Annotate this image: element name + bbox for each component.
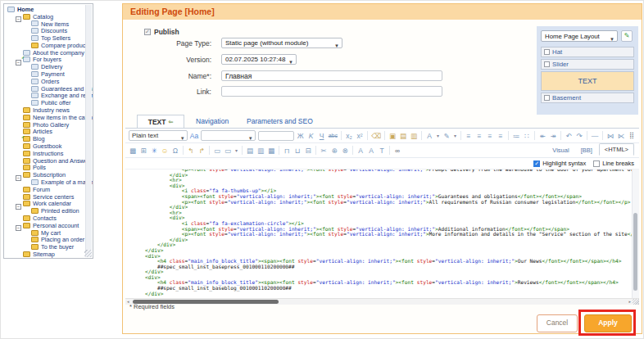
font-size-input[interactable]: [258, 131, 294, 141]
tree-item-to-the-buyer[interactable]: To the buyer: [4, 243, 93, 251]
delete-icon[interactable]: ⊗: [341, 146, 349, 156]
paste-icon[interactable]: ▣: [388, 131, 397, 141]
tree-item-orders[interactable]: Orders: [4, 78, 93, 85]
highlight-color-icon[interactable]: ✎: [442, 131, 451, 141]
tree-item-sitemap[interactable]: Sitemap: [4, 251, 93, 258]
row-delete-icon[interactable]: ⊟: [304, 146, 312, 156]
block-checkbox[interactable]: [544, 95, 550, 101]
unordered-list-icon[interactable]: ∷: [523, 131, 531, 141]
styles-select[interactable]: ▼: [201, 130, 256, 141]
edit-layout-button[interactable]: ✎: [621, 30, 633, 42]
table-merge-icon[interactable]: ▦: [267, 146, 275, 156]
cut-icon[interactable]: ✂: [320, 146, 328, 156]
tree-scrollbar[interactable]: [85, 5, 92, 257]
remove-format-icon[interactable]: ⌫: [371, 131, 381, 141]
html-source-code[interactable]: <p><font style="vertical-align: inherit;…: [125, 170, 639, 296]
block-checkbox[interactable]: [544, 49, 550, 55]
tree-item-for-buyers[interactable]: −✓For buyers: [4, 56, 93, 64]
layout-block-basement[interactable]: Basement: [541, 93, 634, 103]
div-menu-icon[interactable]: ▭: [224, 146, 232, 156]
row-below-icon[interactable]: ⊔: [293, 146, 302, 156]
image-icon[interactable]: ▩: [129, 146, 137, 156]
unlink-icon[interactable]: ⋉: [617, 131, 625, 141]
link-icon[interactable]: ⋈: [606, 131, 615, 141]
find-replace-icon[interactable]: ∞: [393, 146, 401, 156]
tree-item-placing-an-order[interactable]: Placing an order: [4, 237, 93, 244]
ordered-list-icon[interactable]: ≔: [512, 131, 520, 141]
tree-item-exchange-and-return[interactable]: Exchange and return: [4, 93, 93, 100]
name-field[interactable]: [221, 70, 442, 81]
cancel-button[interactable]: Cancel: [537, 314, 578, 332]
tree-item-guestbook[interactable]: Guestbook: [4, 142, 93, 150]
subscript-icon[interactable]: x₂: [345, 131, 353, 141]
editor-horizontal-scrollbar[interactable]: ◂ ▸: [125, 298, 639, 305]
version-select[interactable]: 02.07.2025 10:27:48 ▼: [221, 54, 297, 65]
collapse-node-icon[interactable]: −: [16, 175, 21, 181]
redo-icon[interactable]: ↷: [575, 131, 583, 141]
table-cell-props-icon[interactable]: ▥: [256, 146, 265, 156]
tab-text[interactable]: TEXT⇐: [137, 115, 184, 128]
special-character-icon[interactable]: Ω: [171, 146, 179, 156]
line-breaks-checkbox[interactable]: [593, 160, 600, 167]
align-justify-icon[interactable]: ≡: [497, 131, 505, 141]
superscript-icon[interactable]: x²: [356, 131, 364, 141]
tree-item-compare-products[interactable]: Compare products: [4, 42, 93, 49]
div-menu-caret-icon[interactable]: ▾: [234, 146, 238, 156]
layout-block-slider[interactable]: Slider: [541, 59, 634, 70]
tree-item-subscription[interactable]: −Subscription: [4, 171, 93, 179]
text-color-caret-icon[interactable]: ▾: [436, 131, 440, 141]
link-field[interactable]: [221, 86, 442, 97]
tree-item-guarantees-and-quality[interactable]: Guarantees and quality: [4, 85, 93, 93]
collapse-node-icon[interactable]: −: [16, 225, 21, 231]
tab-parameters-and-seo[interactable]: Parameters and SEO: [247, 115, 313, 128]
tree-item-forum[interactable]: Forum: [4, 186, 93, 193]
highlight-color-caret-icon[interactable]: ▾: [453, 131, 457, 141]
paste-word-icon[interactable]: ▥: [410, 131, 418, 141]
tree-item-photo-gallery[interactable]: Photo Gallery: [4, 121, 93, 129]
layout-select[interactable]: Home Page Layout ▼: [541, 30, 618, 42]
select-font-icon[interactable]: А: [356, 146, 365, 156]
indent-icon[interactable]: ↠: [549, 131, 557, 141]
bold-icon[interactable]: Ж: [297, 131, 305, 141]
scroll-right-icon[interactable]: ▸: [628, 299, 631, 304]
tree-item-new-items-in-the-catalogue[interactable]: New items in the catalogue: [4, 114, 93, 121]
tree-item-catalog[interactable]: −Catalog: [4, 13, 93, 20]
strikethrough-icon[interactable]: abc: [329, 131, 338, 141]
collapse-node-icon[interactable]: −: [16, 16, 21, 22]
tree-item-articles[interactable]: Articles: [4, 129, 93, 136]
text-transform-icon[interactable]: Т: [378, 146, 386, 156]
paragraph-format-select[interactable]: Plain text ▼: [129, 130, 188, 141]
tree-item-work-calendar[interactable]: −Work calendar: [4, 201, 93, 208]
collapse-node-icon[interactable]: −: [16, 204, 21, 210]
collapse-node-icon[interactable]: −: [16, 60, 21, 66]
publish-checkbox[interactable]: ✓: [144, 29, 151, 35]
tree-item-instructions[interactable]: Instructions: [4, 150, 93, 157]
paste-text-icon[interactable]: ▤: [399, 131, 407, 141]
redo-step-icon[interactable]: ↱: [197, 146, 206, 156]
mode-tab-bb[interactable]: [BB]: [576, 145, 597, 156]
underline-icon[interactable]: Ч: [318, 131, 326, 141]
tree-item-blog[interactable]: ✓Blog: [4, 135, 93, 142]
fullscreen-icon[interactable]: ⣿: [628, 131, 636, 141]
row-above-icon[interactable]: ⊓: [283, 146, 291, 156]
align-right-icon[interactable]: ≡: [486, 131, 494, 141]
italic-icon[interactable]: K: [307, 131, 315, 141]
page-properties-icon[interactable]: ✳: [150, 146, 158, 156]
apply-button[interactable]: Apply: [584, 314, 632, 332]
horizontal-rule-icon[interactable]: —: [591, 131, 599, 141]
undo-step-icon[interactable]: ↰: [187, 146, 195, 156]
layout-block-hat[interactable]: Hat: [541, 47, 634, 57]
tree-resize-grip[interactable]: [84, 250, 92, 257]
tab-navigation[interactable]: Navigation: [196, 115, 229, 128]
tree-item-industry-news[interactable]: Industry news: [4, 106, 93, 114]
table-row-props-icon[interactable]: ▤: [246, 146, 254, 156]
html-source-area[interactable]: <p><font style="vertical-align: inherit;…: [125, 170, 639, 298]
clear-formatting-icon[interactable]: Aa: [190, 131, 198, 141]
layout-block-text[interactable]: TEXT: [541, 71, 634, 91]
emoticon-icon[interactable]: ☺: [161, 146, 169, 156]
copy-icon[interactable]: ⊕: [330, 146, 338, 156]
highlight-syntax-checkbox[interactable]: ✓: [533, 160, 540, 167]
div-container-icon[interactable]: ▭: [213, 146, 221, 156]
tree-item-discounts[interactable]: Discounts: [4, 27, 93, 34]
tree-item-personal-account[interactable]: −Personal account: [4, 222, 93, 229]
